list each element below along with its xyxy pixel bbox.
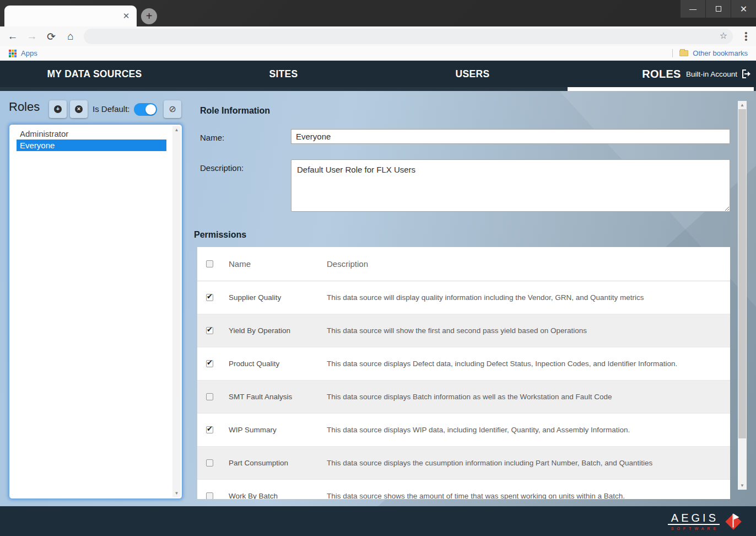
main-content: Roles + × Is Default: ⊘ Administrator Ev… (0, 91, 756, 506)
nav-tab[interactable]: SITES (189, 61, 378, 87)
browser-tab[interactable]: ✕ (4, 6, 137, 26)
roles-panel-title: Roles (9, 100, 40, 114)
scroll-up-icon[interactable]: ▲ (172, 127, 181, 132)
browser-menu-icon[interactable]: ••• (741, 31, 752, 41)
aegis-flag-icon (723, 510, 744, 532)
permissions-heading: Permissions (194, 230, 246, 240)
browser-titlebar: ✕ + — ✕ (0, 0, 756, 26)
permission-name: WIP Summary (229, 426, 327, 434)
permission-checkbox[interactable] (206, 492, 213, 499)
name-column-header: Name (229, 259, 327, 269)
permission-row[interactable]: Yield By Operation This data source will… (197, 314, 730, 347)
permission-row[interactable]: Product Quality This data source display… (197, 347, 730, 380)
forward-icon: → (25, 30, 39, 42)
window-controls: — ✕ (680, 0, 756, 18)
home-icon[interactable]: ⌂ (64, 30, 77, 42)
permission-name: Work By Batch (229, 492, 327, 499)
permission-checkbox[interactable] (206, 459, 213, 467)
permission-checkbox[interactable] (206, 294, 213, 301)
maximize-button[interactable] (705, 0, 731, 18)
logout-icon[interactable] (742, 69, 752, 78)
permission-name: Supplier Quality (229, 293, 327, 302)
role-information-heading: Role Information (200, 106, 270, 116)
bookmarks-separator (672, 49, 673, 57)
is-default-label: Is Default: (93, 104, 130, 114)
aegis-logo: AEGIS SOFTWARE (668, 510, 744, 532)
description-label: Description: (200, 163, 244, 173)
permission-row[interactable]: Supplier Quality This data source will d… (197, 281, 730, 314)
bookmarks-bar: Apps Other bookmarks (0, 46, 756, 61)
clear-selection-button[interactable]: ⊘ (164, 100, 181, 118)
role-list-item[interactable]: Administrator (17, 128, 166, 140)
select-all-checkbox[interactable] (206, 260, 213, 267)
tab-close-icon[interactable]: ✕ (121, 11, 131, 21)
nav-underline-strip (0, 87, 756, 91)
new-tab-button[interactable]: + (141, 8, 157, 24)
permission-row[interactable]: Part Consumption This data source displa… (197, 447, 730, 480)
is-default-toggle[interactable] (134, 103, 157, 116)
permission-description: This data source shows the amount of tim… (327, 492, 730, 499)
browser-toolbar: ← → ⟳ ⌂ ☆ ••• (0, 26, 756, 46)
nav-tab[interactable]: MY DATA SOURCES (0, 61, 189, 87)
permission-checkbox[interactable] (206, 426, 213, 433)
permission-name: Part Consumption (229, 459, 327, 467)
page-scrollbar[interactable]: ▲ ▼ (738, 101, 747, 490)
permission-description: This data source will display quality in… (327, 293, 730, 302)
nav-tab[interactable]: USERS (378, 61, 567, 87)
permissions-rows: Supplier Quality This data source will d… (197, 281, 730, 499)
permission-checkbox[interactable] (206, 327, 213, 334)
roles-listbox: Administrator Everyone ▲ ▼ (9, 124, 182, 499)
scroll-down-icon[interactable]: ▼ (172, 491, 181, 496)
permission-description: This data source displays WIP data, incl… (327, 426, 730, 434)
permission-description: This data source displays Batch informat… (327, 393, 730, 401)
permission-checkbox[interactable] (206, 393, 213, 400)
permission-description: This data source displays Defect data, i… (327, 360, 730, 368)
apps-grid-icon[interactable] (9, 50, 17, 57)
roles-list-scrollbar[interactable]: ▲ ▼ (172, 126, 181, 497)
brand-name: AEGIS (668, 512, 720, 525)
roles-list: Administrator Everyone (17, 128, 166, 151)
name-label: Name: (200, 133, 224, 142)
brand-subtitle: SOFTWARE (668, 527, 719, 530)
app-nav-bar: MY DATA SOURCES SITES USERS ROLES (0, 61, 756, 87)
page-scroll-up-icon[interactable]: ▲ (738, 103, 747, 108)
delete-role-button[interactable]: × (70, 100, 88, 118)
cancel-circle-icon: ⊘ (169, 105, 176, 114)
permission-row[interactable]: WIP Summary This data source displays WI… (197, 414, 730, 447)
permission-name: Yield By Operation (229, 326, 327, 335)
address-bar[interactable] (84, 29, 733, 44)
other-bookmarks-button[interactable]: Other bookmarks (693, 49, 748, 57)
account-name: Built-in Account (686, 70, 737, 78)
role-list-item[interactable]: Everyone (17, 140, 166, 151)
back-icon[interactable]: ← (6, 30, 19, 42)
toggle-knob (145, 104, 156, 115)
page-scroll-down-icon[interactable]: ▼ (738, 483, 747, 488)
folder-icon (679, 50, 688, 56)
footer-bar: AEGIS SOFTWARE (0, 506, 756, 536)
permission-row[interactable]: SMT Fault Analysis This data source disp… (197, 380, 730, 414)
description-column-header: Description (327, 259, 730, 269)
permission-name: Product Quality (229, 360, 327, 368)
reload-icon[interactable]: ⟳ (45, 30, 58, 43)
add-role-button[interactable]: + (49, 100, 67, 118)
permission-description: This data source will show the first and… (327, 326, 730, 335)
role-name-input[interactable] (291, 129, 730, 144)
account-area: Built-in Account (686, 61, 752, 87)
page-scroll-thumb[interactable] (738, 109, 746, 438)
bookmark-star-icon[interactable]: ☆ (720, 30, 727, 41)
plus-circle-icon: + (54, 105, 62, 113)
close-button[interactable]: ✕ (731, 0, 756, 18)
permission-description: This data source displays the cusumption… (327, 459, 730, 467)
x-circle-icon: × (75, 105, 83, 113)
permission-checkbox[interactable] (206, 360, 213, 367)
permission-name: SMT Fault Analysis (229, 393, 327, 401)
apps-shortcut[interactable]: Apps (21, 49, 37, 57)
active-tab-underline (568, 87, 754, 91)
role-description-input[interactable]: Default User Role for FLX Users (291, 159, 730, 212)
permission-row[interactable]: Work By Batch This data source shows the… (197, 480, 730, 499)
minimize-button[interactable]: — (680, 0, 705, 18)
permissions-table: Name Description Supplier Quality This d… (197, 247, 730, 499)
permissions-table-header: Name Description (197, 247, 730, 281)
